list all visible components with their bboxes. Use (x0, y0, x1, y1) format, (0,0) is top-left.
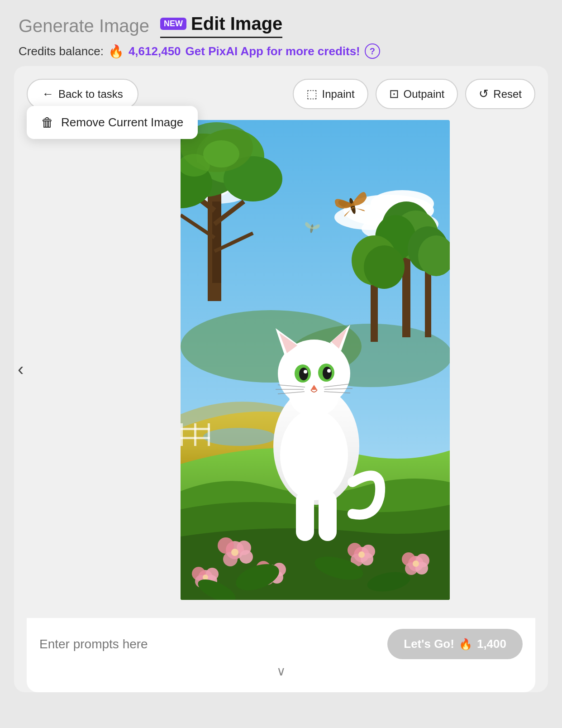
svg-point-67 (231, 549, 238, 556)
outpaint-label: Outpaint (404, 88, 445, 101)
svg-rect-37 (181, 428, 210, 430)
back-to-tasks-button[interactable]: ← Back to tasks (27, 79, 138, 109)
svg-rect-34 (181, 423, 183, 446)
svg-rect-30 (371, 278, 378, 342)
svg-point-40 (280, 410, 348, 500)
outpaint-icon: ⊡ (389, 87, 399, 101)
reset-button[interactable]: ↺ Reset (465, 79, 535, 109)
svg-point-50 (323, 367, 332, 379)
svg-point-33 (203, 428, 276, 446)
main-image (181, 120, 450, 600)
svg-rect-61 (319, 491, 337, 541)
back-to-tasks-label: Back to tasks (58, 88, 123, 101)
credits-cta-link[interactable]: Get PixAI App for more credits! (186, 44, 360, 58)
svg-point-52 (327, 369, 331, 373)
main-card: ← Back to tasks ⬚ Inpaint ⊡ Outpaint ↺ R… (14, 66, 548, 692)
prompt-row: Let's Go! 🔥 1,400 (39, 629, 523, 659)
remove-image-label: Remove Current Image (61, 115, 183, 129)
reset-icon: ↺ (479, 87, 489, 101)
svg-rect-36 (208, 423, 210, 446)
inpaint-label: Inpaint (322, 88, 355, 101)
svg-point-49 (299, 368, 308, 380)
credits-value: 4,612,450 (129, 44, 181, 58)
remove-image-dropdown[interactable]: 🗑 Remove Current Image (27, 106, 198, 139)
credits-icon: 🔥 (108, 44, 124, 59)
svg-rect-11 (212, 201, 221, 283)
image-container: ‹ (27, 120, 535, 618)
edit-image-tab-wrapper: NEW Edit Image (160, 14, 282, 38)
credits-bar: Credits balance: 🔥 4,612,450 Get PixAI A… (10, 43, 552, 66)
page-wrapper: Generate Image NEW Edit Image Credits ba… (10, 9, 552, 692)
generate-image-tab[interactable]: Generate Image (19, 16, 149, 36)
outpaint-button[interactable]: ⊡ Outpaint (376, 79, 458, 109)
svg-point-79 (358, 551, 365, 558)
credits-label: Credits balance: (19, 44, 104, 58)
svg-point-51 (304, 370, 307, 374)
back-arrow-icon: ← (42, 87, 54, 101)
prompt-input[interactable] (39, 632, 380, 657)
svg-point-66 (239, 550, 253, 564)
lets-go-button[interactable]: Let's Go! 🔥 1,400 (387, 629, 523, 659)
svg-rect-35 (194, 423, 196, 446)
help-icon[interactable]: ? (365, 43, 380, 59)
svg-rect-38 (181, 437, 210, 439)
header: Generate Image NEW Edit Image (10, 9, 552, 38)
lets-go-icon: 🔥 (459, 638, 472, 651)
inpaint-icon: ⬚ (306, 87, 318, 101)
svg-point-91 (413, 560, 419, 567)
inpaint-button[interactable]: ⬚ Inpaint (293, 79, 368, 109)
svg-rect-60 (296, 491, 314, 541)
lets-go-label: Let's Go! (404, 637, 454, 651)
lets-go-credits: 1,400 (477, 637, 506, 651)
svg-point-85 (203, 575, 208, 580)
svg-point-32 (364, 245, 405, 289)
edit-image-tab[interactable]: Edit Image (191, 14, 282, 34)
bottom-area: Let's Go! 🔥 1,400 ∨ (27, 618, 535, 692)
chevron-row: ∨ (39, 659, 523, 681)
chevron-down-icon[interactable]: ∨ (276, 664, 286, 679)
left-arrow-icon[interactable]: ‹ (18, 359, 24, 379)
svg-rect-27 (425, 265, 431, 337)
reset-label: Reset (493, 88, 522, 101)
new-badge: NEW (160, 18, 186, 30)
toolbar: ← Back to tasks ⬚ Inpaint ⊡ Outpaint ↺ R… (27, 79, 535, 109)
trash-icon: 🗑 (41, 115, 54, 130)
